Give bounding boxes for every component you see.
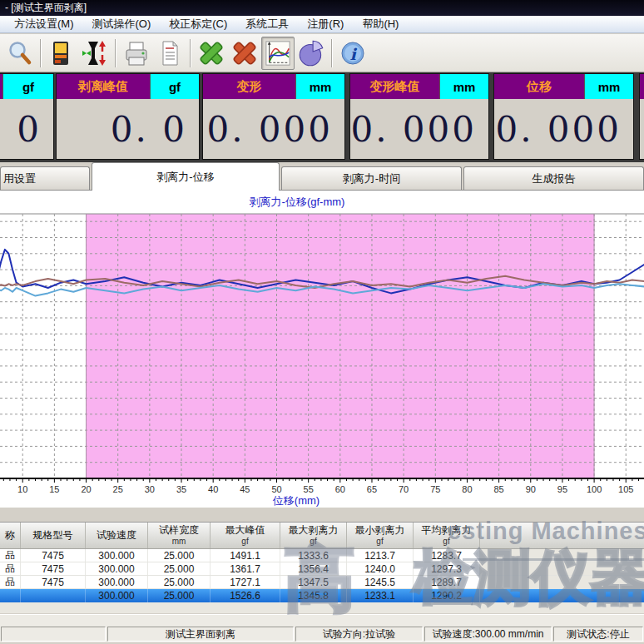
table-header: 称 规格型号 试验速度 试样宽度mm 最大峰值gf 最大剥离力gf 最小剥离力g… — [0, 523, 644, 549]
info-button[interactable]: i — [336, 37, 369, 70]
status-empty — [1, 627, 106, 642]
title-bar: - [测试主界面剥离] — [0, 0, 644, 16]
panel-deformation: 变形 mm 0. 000 — [202, 73, 345, 160]
panel-value: 0. 000 — [494, 99, 633, 159]
table-cell-filler — [480, 576, 644, 588]
panel-unit: mm — [295, 74, 344, 99]
table-cell: 1213.7 — [347, 549, 414, 562]
x-tick-label: 90 — [526, 484, 536, 494]
panel-label: 变形峰值 — [350, 74, 439, 99]
menu-item-help[interactable]: 帮助(H) — [353, 17, 408, 32]
live-value-panels: gf 0. 0 剥离峰值 gf 0. 0 变形 mm 0. 000 变形峰值 m… — [0, 72, 644, 162]
panel-label — [640, 74, 644, 99]
table-cell: 1727.1 — [211, 576, 280, 588]
gauge-icon — [47, 39, 76, 67]
status-bar: 测试主界面剥离 试验方向:拉试验 试验速度:300.00 mm/min 测试状态… — [0, 626, 644, 642]
panel-clipped — [639, 73, 644, 160]
table-row[interactable]: 品7475300.00025.0001361.71356.41240.01297… — [0, 562, 644, 576]
x-tick-label: 70 — [399, 484, 409, 494]
panel-label: 变形 — [203, 74, 295, 99]
panel-value: 0. 0 — [0, 99, 53, 159]
red-x-icon — [230, 38, 260, 68]
panel-peel-force: gf 0. 0 — [0, 73, 54, 160]
report-button[interactable] — [153, 37, 186, 70]
tab-peelforce-time[interactable]: 剥离力-时间 — [281, 166, 462, 190]
col-model: 规格型号 — [21, 523, 86, 548]
panel-value: 0. 000 — [350, 99, 488, 159]
document-icon — [156, 39, 184, 67]
pie-chart-button[interactable] — [295, 37, 328, 70]
gauge-button[interactable] — [45, 37, 78, 70]
table-cell: 品 — [0, 576, 21, 588]
status-test-speed: 试验速度:300.00 mm/min — [424, 627, 552, 642]
curve-chart-button[interactable] — [261, 37, 295, 70]
table-cell: 品 — [0, 562, 21, 575]
table-cell: 25.000 — [148, 576, 211, 588]
menu-item-method-setup[interactable]: 方法设置(M) — [5, 17, 83, 32]
confirm-button[interactable] — [195, 37, 228, 70]
tab-settings[interactable]: 用设置 — [0, 166, 90, 190]
table-cell-filler — [480, 562, 644, 575]
calibration-button[interactable] — [78, 37, 111, 70]
table-row[interactable]: 300.00025.0001526.61345.81233.11290.2 — [0, 589, 644, 602]
table-cell: 25.000 — [148, 549, 211, 562]
table-row[interactable]: 品7475300.00025.0001491.11333.61213.71283… — [0, 549, 644, 562]
table-cell: 1526.6 — [211, 589, 280, 602]
chart-area: 剥离力-位移(gf-mm) 10152025303540455055606570… — [0, 191, 644, 508]
table-cell — [0, 589, 21, 602]
x-tick-label: 50 — [271, 484, 281, 494]
x-tick-label: 95 — [557, 484, 567, 494]
menu-item-test-operation[interactable]: 测试操作(O) — [83, 17, 161, 32]
table-cell: 300.000 — [86, 576, 148, 588]
x-tick-label: 10 — [17, 484, 27, 494]
table-cell: 1347.5 — [280, 576, 347, 588]
table-body: 品7475300.00025.0001491.11333.61213.71283… — [0, 549, 644, 602]
col-max-peel: 最大剥离力gf — [280, 523, 347, 548]
status-strip — [0, 614, 644, 626]
toolbar-separator — [115, 39, 116, 67]
panel-unit: mm — [584, 74, 633, 99]
printer-icon — [122, 39, 151, 67]
x-tick-label: 40 — [208, 484, 218, 494]
panel-value: 0. 000 — [203, 99, 344, 159]
col-min-peel: 最小剥离力gf — [347, 523, 414, 548]
x-tick-label: 30 — [145, 484, 155, 494]
panel-unit: gf — [150, 74, 199, 99]
panel-unit: gf — [2, 74, 53, 99]
panel-deformation-peak: 变形峰值 mm 0. 000 — [349, 73, 489, 160]
toolbar: i — [0, 34, 644, 72]
calibration-icon — [81, 39, 109, 67]
x-tick-label: 105 — [618, 484, 633, 494]
info-icon: i — [339, 39, 367, 67]
table-cell: 1290.2 — [414, 589, 480, 602]
table-row[interactable]: 品7475300.00025.0001727.11347.51245.51289… — [0, 576, 644, 589]
table-cell: 1289.7 — [414, 576, 480, 588]
tab-generate-report[interactable]: 生成报告 — [463, 166, 644, 190]
x-tick-label: 100 — [587, 484, 602, 494]
table-cell: 25.000 — [148, 589, 211, 602]
status-screen-name: 测试主界面剥离 — [107, 627, 294, 642]
app-window: - [测试主界面剥离] 方法设置(M) 测试操作(O) 校正标定(C) 系统工具… — [0, 0, 644, 644]
zoom-button[interactable] — [3, 37, 37, 70]
tab-peelforce-displacement[interactable]: 剥离力-位移 — [92, 162, 280, 191]
table-cell-filler — [480, 589, 644, 602]
menu-item-system-tools[interactable]: 系统工具 — [236, 17, 298, 32]
table-cell: 1333.6 — [280, 549, 347, 562]
table-cell: 25.000 — [148, 562, 211, 575]
x-tick-label: 80 — [462, 484, 472, 494]
menu-item-register[interactable]: 注册(R) — [298, 17, 353, 32]
cancel-button[interactable] — [228, 37, 261, 70]
print-button[interactable] — [120, 37, 153, 70]
col-sample-width: 试样宽度mm — [148, 523, 211, 548]
col-test-speed: 试验速度 — [86, 523, 148, 548]
table-cell: 7475 — [21, 576, 86, 588]
peel-chart-svg: 1015202530354045505560657075808590951001… — [0, 208, 644, 508]
table-cell: 300.000 — [86, 562, 148, 575]
col-max-peak: 最大峰值gf — [211, 523, 280, 548]
table-cell: 1356.4 — [280, 562, 347, 575]
panel-displacement: 位移 mm 0. 000 — [493, 73, 634, 160]
panel-label: 位移 — [494, 74, 584, 99]
menu-item-calibration[interactable]: 校正标定(C) — [160, 17, 236, 32]
table-cell: 1345.8 — [280, 589, 347, 602]
curve-chart-icon — [265, 40, 291, 67]
